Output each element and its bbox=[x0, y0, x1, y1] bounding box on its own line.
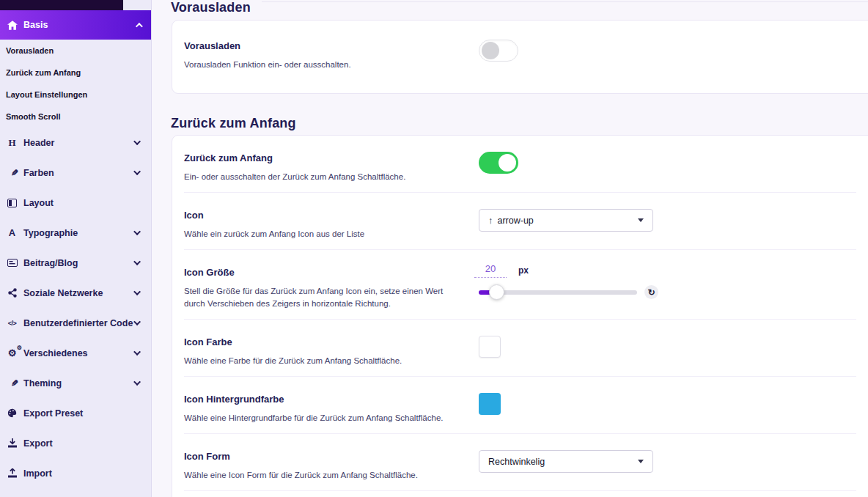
sidebar-subitem-zurueck-zum-anfang[interactable]: Zurück zum Anfang bbox=[0, 62, 151, 84]
typography-icon: A bbox=[6, 227, 18, 238]
section-title-zurueck-zum-anfang: Zurück zum Anfang bbox=[171, 115, 868, 131]
home-icon bbox=[6, 21, 18, 30]
chevron-down-icon bbox=[133, 138, 141, 145]
icon-form-select-value: Rechtwinkelig bbox=[488, 457, 545, 467]
palette-icon bbox=[6, 408, 18, 418]
sidebar-item-label: Beitrag/Blog bbox=[23, 258, 78, 268]
sidebar-subitem-smooth-scroll[interactable]: Smooth Scroll bbox=[0, 106, 151, 128]
sidebar: Basis Vorausladen Zurück zum Anfang Layo… bbox=[0, 0, 152, 497]
setting-description: Wähle ein zurück zum Anfang Icon aus der… bbox=[184, 228, 466, 240]
icon-color-swatch[interactable] bbox=[479, 336, 501, 358]
gears-icon: ⚙⚙ bbox=[6, 348, 18, 358]
sidebar-item-label: Layout bbox=[23, 198, 54, 208]
sidebar-item-verschiedenes[interactable]: ⚙⚙ Verschiedenes bbox=[0, 338, 151, 368]
chevron-down-icon bbox=[133, 258, 141, 265]
sidebar-item-header[interactable]: H Header bbox=[0, 128, 151, 158]
setting-description: Vorausladen Funktion ein- oder ausschalt… bbox=[184, 59, 466, 71]
sidebar-item-label: Import bbox=[23, 468, 52, 479]
card-vorausladen: Vorausladen Vorausladen Funktion ein- od… bbox=[172, 20, 868, 94]
sidebar-item-basis[interactable]: Basis bbox=[0, 10, 151, 40]
setting-row-mobil-toggle: Zurück zum Anfang Schaltfläche auf Mobil… bbox=[184, 490, 856, 497]
download-icon bbox=[6, 438, 18, 448]
setting-description: Wähle eine Icon Form für die Zurück zum … bbox=[184, 469, 466, 482]
columns-icon bbox=[6, 199, 18, 207]
setting-label: Vorausladen bbox=[184, 40, 479, 51]
setting-label: Icon Hintergrundfarbe bbox=[184, 394, 479, 405]
setting-row-vorausladen: Vorausladen Vorausladen Funktion ein- od… bbox=[184, 21, 856, 93]
setting-description: Ein- oder ausschalten der Zurück zum Anf… bbox=[184, 171, 466, 183]
icon-select[interactable]: ↑ arrow-up bbox=[479, 209, 653, 232]
sidebar-item-label: Export Preset bbox=[23, 408, 83, 419]
top-divider bbox=[262, 1, 868, 2]
pen-icon: ✎ bbox=[6, 168, 18, 178]
chevron-down-icon bbox=[133, 228, 141, 235]
sidebar-item-label: Typographie bbox=[23, 228, 78, 238]
setting-row-icon-form: Icon Form Wähle eine Icon Form für die Z… bbox=[184, 433, 856, 490]
sidebar-item-typographie[interactable]: A Typographie bbox=[0, 218, 151, 248]
chevron-up-icon bbox=[136, 22, 143, 29]
header-icon: H bbox=[6, 137, 18, 149]
sidebar-item-export-preset[interactable]: Export Preset bbox=[0, 398, 151, 428]
setting-row-icon-farbe: Icon Farbe Wähle eine Farbe für die Zurü… bbox=[184, 319, 856, 376]
setting-row-icon-hintergrundfarbe: Icon Hintergrundfarbe Wähle eine Hinterg… bbox=[184, 376, 856, 433]
zurueck-zum-anfang-toggle[interactable] bbox=[479, 152, 518, 174]
icon-form-select[interactable]: Rechtwinkelig bbox=[479, 450, 653, 473]
sidebar-item-label: Verschiedenes bbox=[23, 348, 88, 358]
icon-bg-color-swatch[interactable] bbox=[479, 393, 501, 415]
sidebar-item-theming[interactable]: ✎ Theming bbox=[0, 368, 151, 398]
share-icon bbox=[6, 288, 18, 298]
sidebar-item-label: Basis bbox=[23, 20, 48, 30]
sidebar-item-label: Soziale Netzwerke bbox=[23, 288, 103, 298]
main-content: Vorausladen Vorausladen Vorausladen Funk… bbox=[152, 0, 868, 497]
sidebar-subitem-layout-einstellungen[interactable]: Layout Einstellungen bbox=[0, 84, 151, 106]
caret-down-icon bbox=[638, 218, 644, 222]
reset-icon[interactable]: ↻ bbox=[644, 285, 658, 299]
setting-description: Wähle eine Hintergrundfarbe für die Zurü… bbox=[184, 412, 466, 424]
icon-size-slider[interactable] bbox=[479, 290, 637, 295]
sidebar-item-layout[interactable]: Layout bbox=[0, 188, 151, 218]
sidebar-item-benutzerdefinierter-code[interactable]: </> Benutzerdefinierter Code bbox=[0, 308, 151, 338]
setting-label: Icon bbox=[184, 210, 479, 221]
setting-row-icon-groesse: Icon Größe Stell die Größe für das Zurüc… bbox=[184, 249, 856, 319]
sidebar-item-label: Benutzerdefinierter Code bbox=[23, 318, 133, 328]
icon-select-value: arrow-up bbox=[498, 216, 534, 226]
setting-row-zurueck-toggle: Zurück zum Anfang Ein- oder ausschalten … bbox=[184, 136, 856, 192]
chevron-down-icon bbox=[133, 348, 141, 356]
caret-down-icon bbox=[638, 460, 644, 463]
setting-description: Wähle eine Farbe für die Zurück zum Anfa… bbox=[184, 355, 466, 367]
chevron-down-icon bbox=[133, 168, 141, 175]
setting-label: Icon Größe bbox=[184, 267, 479, 278]
arrow-up-icon: ↑ bbox=[488, 215, 493, 226]
sidebar-item-label: Header bbox=[23, 138, 54, 148]
sidebar-subitem-vorausladen[interactable]: Vorausladen bbox=[0, 40, 151, 62]
sidebar-item-soziale-netzwerke[interactable]: Soziale Netzwerke bbox=[0, 278, 151, 308]
sidebar-top-strip bbox=[0, 0, 123, 10]
sidebar-item-label: Export bbox=[23, 438, 53, 449]
icon-size-unit: px bbox=[518, 265, 529, 276]
sidebar-item-import[interactable]: Import bbox=[0, 458, 151, 488]
card-zurueck-zum-anfang: Zurück zum Anfang Ein- oder ausschalten … bbox=[172, 135, 868, 497]
code-icon: </> bbox=[6, 320, 18, 327]
sidebar-item-beitrag-blog[interactable]: Beitrag/Blog bbox=[0, 248, 151, 278]
toggle-knob bbox=[499, 154, 516, 172]
slider-thumb[interactable] bbox=[489, 284, 504, 300]
vorausladen-toggle[interactable] bbox=[479, 40, 518, 62]
chevron-down-icon bbox=[133, 378, 141, 386]
sidebar-item-export[interactable]: Export bbox=[0, 428, 151, 458]
setting-label: Zurück zum Anfang bbox=[184, 152, 479, 163]
app: Basis Vorausladen Zurück zum Anfang Layo… bbox=[0, 0, 868, 497]
setting-description: Stell die Größe für das Zurück zum Anfan… bbox=[184, 285, 466, 310]
upload-icon bbox=[6, 468, 18, 478]
setting-label: Icon Farbe bbox=[184, 336, 479, 347]
setting-label: Icon Form bbox=[184, 451, 479, 462]
setting-row-icon: Icon Wähle ein zurück zum Anfang Icon au… bbox=[184, 192, 856, 249]
toggle-knob bbox=[482, 42, 499, 59]
sidebar-item-farben[interactable]: ✎ Farben bbox=[0, 158, 151, 188]
chevron-down-icon bbox=[133, 288, 141, 295]
icon-size-input[interactable]: 20 bbox=[474, 263, 507, 278]
post-card-icon bbox=[6, 259, 18, 267]
sidebar-item-label: Theming bbox=[23, 378, 62, 389]
brush-icon: ✎ bbox=[6, 378, 18, 389]
sidebar-item-label: Farben bbox=[23, 168, 54, 178]
section-title-vorausladen: Vorausladen bbox=[171, 0, 868, 15]
